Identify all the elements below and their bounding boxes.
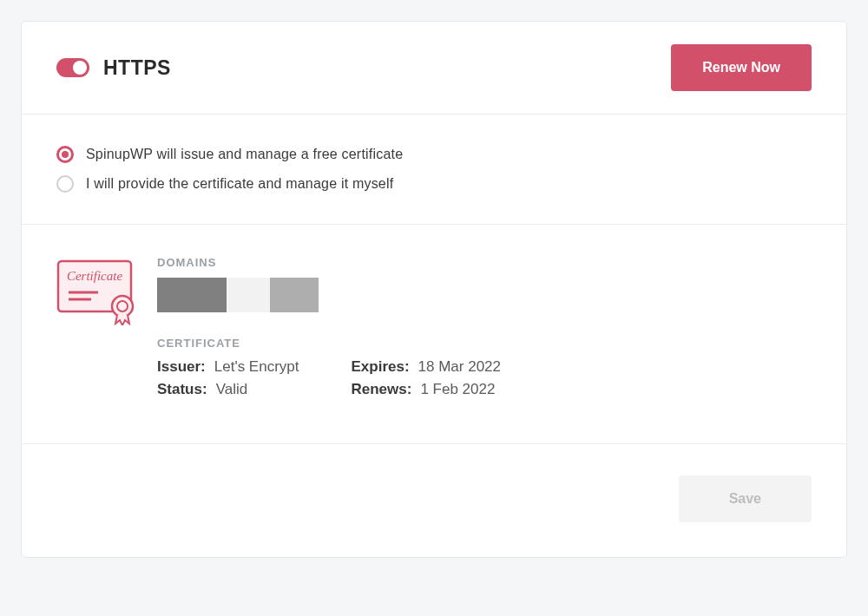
status-key: Status: [157,381,207,398]
redacted-block [157,278,227,312]
save-button[interactable]: Save [679,475,812,522]
cert-col-left: Issuer: Let's Encrypt Status: Valid [157,358,299,398]
https-settings-card: HTTPS Renew Now SpinupWP will issue and … [21,21,847,558]
issuer-key: Issuer: [157,358,206,376]
renews-value: 1 Feb 2022 [420,381,495,398]
radio-label: I will provide the certificate and manag… [86,176,393,192]
https-toggle[interactable] [56,58,89,77]
issuer-value: Let's Encrypt [214,358,299,376]
redacted-block [270,278,319,312]
redacted-block [227,278,270,312]
radio-managed[interactable]: SpinupWP will issue and manage a free ce… [56,146,812,163]
issuer-row: Issuer: Let's Encrypt [157,358,299,376]
svg-text:Certificate: Certificate [67,269,122,283]
certificate-info-grid: Issuer: Let's Encrypt Status: Valid Expi… [157,358,812,398]
header-left: HTTPS [56,56,171,80]
domains-label: DOMAINS [157,256,812,269]
certificate-mode-radios: SpinupWP will issue and manage a free ce… [22,115,846,225]
expires-value: 18 Mar 2022 [418,358,501,376]
page-title: HTTPS [103,56,171,80]
status-value: Valid [216,381,248,398]
domain-redacted [157,278,812,312]
radio-self-managed[interactable]: I will provide the certificate and manag… [56,175,812,193]
radio-icon [56,175,74,193]
certificate-label: CERTIFICATE [157,337,812,350]
status-row: Status: Valid [157,381,299,398]
details-content: DOMAINS CERTIFICATE Issuer: Let's Encryp… [157,256,812,398]
expires-key: Expires: [351,358,409,376]
certificate-details: Certificate DOMAINS CERTIFICATE Issuer: [22,225,846,444]
card-footer: Save [22,444,846,557]
renew-now-button[interactable]: Renew Now [671,44,812,91]
svg-point-4 [112,296,133,317]
expires-row: Expires: 18 Mar 2022 [351,358,501,376]
radio-dot [62,151,69,158]
card-header: HTTPS Renew Now [22,22,846,115]
renews-row: Renews: 1 Feb 2022 [351,381,501,398]
radio-label: SpinupWP will issue and manage a free ce… [86,147,403,162]
radio-icon [56,146,74,163]
toggle-knob [73,61,87,75]
certificate-icon: Certificate [56,256,140,398]
renews-key: Renews: [351,381,411,398]
cert-col-right: Expires: 18 Mar 2022 Renews: 1 Feb 2022 [351,358,501,398]
